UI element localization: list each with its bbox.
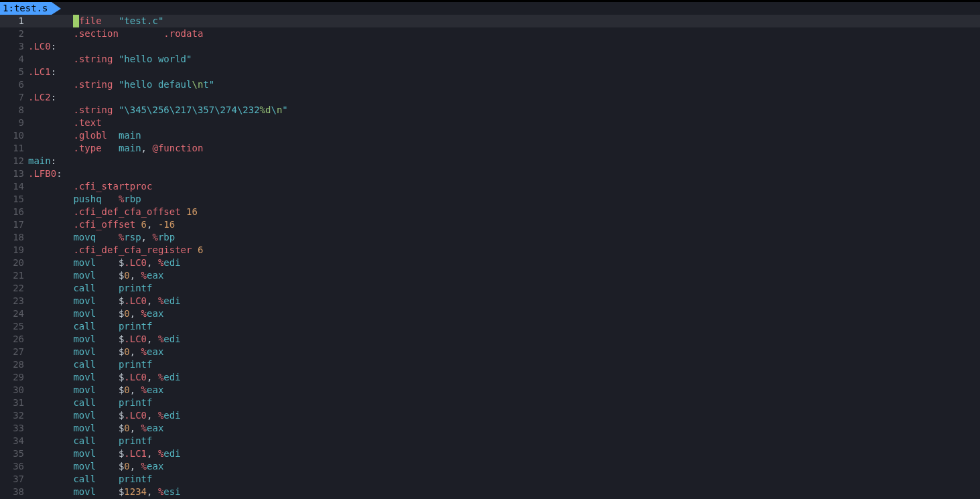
line-number: 27: [0, 346, 28, 358]
code-content[interactable]: movl $.LC0, %edi: [28, 409, 980, 422]
code-content[interactable]: .file "test.c": [28, 15, 980, 27]
token-num: 0: [124, 461, 129, 472]
code-line[interactable]: 7.LC2:: [0, 91, 980, 104]
code-content[interactable]: movl $.LC0, %edi: [28, 333, 980, 346]
token-plain: [28, 104, 73, 115]
code-line[interactable]: 11 .type main, @function: [0, 142, 980, 155]
code-line[interactable]: 3.LC0:: [0, 40, 980, 53]
code-content[interactable]: movl $0, %eax: [28, 384, 980, 397]
code-content[interactable]: .string "hello defaul\nt": [28, 78, 980, 91]
code-line[interactable]: 22 call printf: [0, 282, 980, 295]
code-line[interactable]: 13.LFB0:: [0, 167, 980, 180]
code-content[interactable]: movl $0, %eax: [28, 346, 980, 358]
code-content[interactable]: call printf: [28, 435, 980, 447]
buffer-tab-active[interactable]: 1: test.s: [0, 2, 52, 15]
code-line[interactable]: 25 call printf: [0, 320, 980, 333]
code-content[interactable]: .string "\345\256\217\357\274\232%d\n": [28, 104, 980, 117]
code-line[interactable]: 6 .string "hello defaul\nt": [0, 78, 980, 91]
code-content[interactable]: call printf: [28, 473, 980, 486]
code-line[interactable]: 28 call printf: [0, 358, 980, 371]
code-line[interactable]: 19 .cfi_def_cfa_register 6: [0, 244, 980, 257]
code-editor[interactable]: 1 .file "test.c"2 .section .rodata3.LC0:…: [0, 15, 980, 498]
code-content[interactable]: main:: [28, 155, 980, 167]
code-content[interactable]: .cfi_def_cfa_register 6: [28, 244, 980, 257]
token-colon: :: [51, 155, 56, 166]
token-plain: [96, 435, 119, 446]
token-colon: :: [51, 92, 56, 102]
token-colon: :: [51, 41, 56, 52]
code-content[interactable]: call printf: [28, 397, 980, 409]
code-line[interactable]: 1 .file "test.c": [0, 15, 980, 27]
code-content[interactable]: call printf: [28, 358, 980, 371]
code-content[interactable]: .cfi_startproc: [28, 180, 980, 193]
code-content[interactable]: .string "hello world": [28, 53, 980, 66]
code-line[interactable]: 35 movl $.LC1, %edi: [0, 447, 980, 460]
code-line[interactable]: 8 .string "\345\256\217\357\274\232%d\n": [0, 104, 980, 117]
code-line[interactable]: 2 .section .rodata: [0, 27, 980, 40]
code-content[interactable]: movl $.LC0, %edi: [28, 295, 980, 307]
code-line[interactable]: 32 movl $.LC0, %edi: [0, 409, 980, 422]
code-line[interactable]: 20 movl $.LC0, %edi: [0, 257, 980, 269]
code-line[interactable]: 30 movl $0, %eax: [0, 384, 980, 397]
code-line[interactable]: 26 movl $.LC0, %edi: [0, 333, 980, 346]
code-line[interactable]: 33 movl $0, %eax: [0, 422, 980, 435]
code-content[interactable]: .section .rodata: [28, 27, 980, 40]
code-content[interactable]: movl $.LC1, %edi: [28, 447, 980, 460]
code-line[interactable]: 38 movl $1234, %esi: [0, 486, 980, 498]
code-content[interactable]: .cfi_def_cfa_offset 16: [28, 206, 980, 218]
token-id: printf: [119, 283, 153, 293]
line-number: 31: [0, 397, 28, 409]
code-line[interactable]: 12main:: [0, 155, 980, 167]
token-reg: rbp: [158, 232, 175, 242]
code-content[interactable]: call printf: [28, 282, 980, 295]
token-plain: [28, 232, 73, 242]
code-line[interactable]: 4 .string "hello world": [0, 53, 980, 66]
code-line[interactable]: 9 .text: [0, 117, 980, 129]
code-line[interactable]: 36 movl $0, %eax: [0, 460, 980, 473]
token-id: main: [119, 130, 141, 141]
code-content[interactable]: movl $.LC0, %edi: [28, 371, 980, 384]
code-line[interactable]: 16 .cfi_def_cfa_offset 16: [0, 206, 980, 218]
code-content[interactable]: .globl main: [28, 129, 980, 142]
code-line[interactable]: 24 movl $0, %eax: [0, 307, 980, 320]
code-line[interactable]: 34 call printf: [0, 435, 980, 447]
code-line[interactable]: 37 call printf: [0, 473, 980, 486]
code-content[interactable]: pushq %rbp: [28, 193, 980, 206]
token-d: .: [73, 79, 78, 90]
token-pct: %: [141, 346, 147, 357]
code-content[interactable]: movl $0, %eax: [28, 422, 980, 435]
token-comma: ,: [147, 295, 158, 306]
code-line[interactable]: 21 movl $0, %eax: [0, 269, 980, 282]
code-line[interactable]: 23 movl $.LC0, %edi: [0, 295, 980, 307]
code-content[interactable]: .LFB0:: [28, 167, 980, 180]
code-line[interactable]: 14 .cfi_startproc: [0, 180, 980, 193]
code-content[interactable]: movq %rsp, %rbp: [28, 231, 980, 244]
code-content[interactable]: movl $0, %eax: [28, 460, 980, 473]
code-content[interactable]: movl $1234, %esi: [28, 486, 980, 498]
token-plain: [28, 334, 73, 344]
code-content[interactable]: call printf: [28, 320, 980, 333]
code-line[interactable]: 5.LC1:: [0, 66, 980, 78]
token-reg: eax: [147, 270, 163, 281]
code-content[interactable]: movl $.LC0, %edi: [28, 257, 980, 269]
code-line[interactable]: 15 pushq %rbp: [0, 193, 980, 206]
token-d: .: [73, 104, 78, 115]
code-content[interactable]: .LC1:: [28, 66, 980, 78]
code-line[interactable]: 27 movl $0, %eax: [0, 346, 980, 358]
token-plain: [96, 257, 119, 268]
code-content[interactable]: .LC2:: [28, 91, 980, 104]
code-content[interactable]: .cfi_offset 6, -16: [28, 218, 980, 231]
code-line[interactable]: 18 movq %rsp, %rbp: [0, 231, 980, 244]
token-reg: eax: [147, 346, 163, 357]
code-line[interactable]: 10 .globl main: [0, 129, 980, 142]
code-line[interactable]: 29 movl $.LC0, %edi: [0, 371, 980, 384]
code-content[interactable]: .type main, @function: [28, 142, 980, 155]
code-line[interactable]: 31 call printf: [0, 397, 980, 409]
code-content[interactable]: .LC0:: [28, 40, 980, 53]
token-plain: [28, 15, 73, 26]
code-content[interactable]: movl $0, %eax: [28, 307, 980, 320]
token-colon: :: [56, 168, 62, 179]
code-content[interactable]: .text: [28, 117, 980, 129]
code-content[interactable]: movl $0, %eax: [28, 269, 980, 282]
code-line[interactable]: 17 .cfi_offset 6, -16: [0, 218, 980, 231]
